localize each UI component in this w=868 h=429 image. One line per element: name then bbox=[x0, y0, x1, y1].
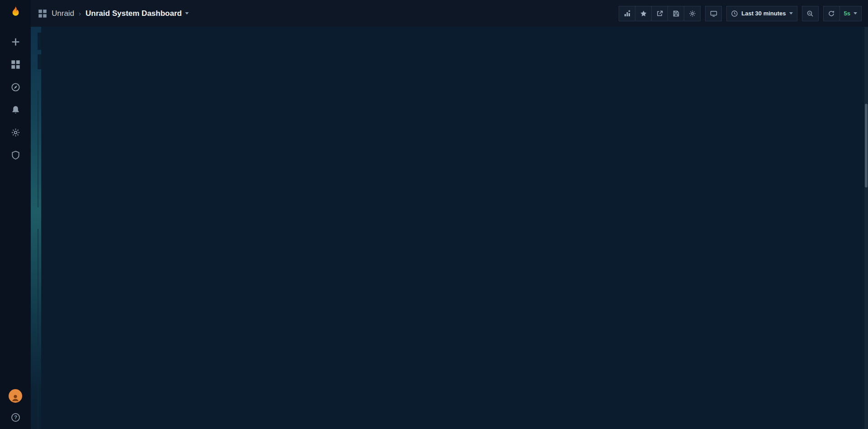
svg-text:?: ? bbox=[14, 414, 17, 420]
share-dashboard-button[interactable] bbox=[651, 6, 668, 21]
breadcrumb: Unraid › Unraid System Dashboard bbox=[38, 9, 189, 18]
dashboard-title[interactable]: Unraid System Dashboard bbox=[86, 9, 189, 18]
panel-title[interactable]: UPS Load % bbox=[38, 94, 38, 102]
breadcrumb-separator: › bbox=[79, 10, 81, 17]
refresh-interval-picker[interactable]: 5s bbox=[839, 6, 862, 21]
create-plus-icon[interactable] bbox=[10, 36, 21, 47]
grafana-logo-icon[interactable] bbox=[8, 5, 23, 21]
panel-network: Network Last 30 minutes bbox=[38, 367, 38, 429]
panel-cpu1: CPU 1 Last 30 minutes avg current Core 6… bbox=[38, 229, 38, 346]
help-icon[interactable]: ? bbox=[10, 412, 21, 423]
dashboard-settings-button[interactable] bbox=[684, 6, 701, 21]
ups-load-legend: UPS Load Min: 17% Max: 32% Avg: 20% Watt… bbox=[38, 195, 38, 207]
time-range-picker[interactable]: Last 30 minutes bbox=[726, 6, 797, 21]
cpu1-legend: avg current Core 6 20% 30% Core 7 22% 30… bbox=[38, 311, 38, 345]
chevron-down-icon bbox=[854, 12, 857, 14]
server-admin-shield-icon[interactable] bbox=[10, 149, 21, 160]
dashboards-icon[interactable] bbox=[10, 59, 21, 70]
star-dashboard-button[interactable] bbox=[635, 6, 652, 21]
save-dashboard-button[interactable] bbox=[668, 6, 684, 21]
scrollbar-thumb[interactable] bbox=[865, 104, 868, 188]
user-avatar[interactable] bbox=[9, 389, 22, 403]
link-grafana-plex-theme[interactable]: Grafana Plex Theme bbox=[38, 54, 41, 69]
configuration-gear-icon[interactable] bbox=[10, 127, 21, 138]
add-panel-button[interactable] bbox=[619, 6, 635, 21]
dashboard-scrollbar[interactable] bbox=[864, 27, 868, 429]
grafana-app: ? Unraid › Unraid System Dashboard bbox=[0, 0, 868, 429]
chevron-down-icon bbox=[185, 12, 189, 14]
dashboard-canvas: kWh Price 0.65 Currency kr UPS Max Outpu… bbox=[31, 27, 41, 429]
variable-kwh-price[interactable]: kWh Price 0.65 bbox=[38, 33, 41, 50]
dashboard-grid-icon bbox=[38, 9, 47, 18]
main-area: Unraid › Unraid System Dashboard bbox=[31, 0, 868, 429]
chevron-down-icon bbox=[789, 12, 793, 14]
toolbar: Last 30 minutes 5s bbox=[619, 6, 862, 21]
tv-kiosk-mode-button[interactable] bbox=[705, 6, 722, 21]
alerting-bell-icon[interactable] bbox=[10, 104, 21, 115]
breadcrumb-root[interactable]: Unraid bbox=[52, 9, 74, 18]
zoom-out-time-button[interactable] bbox=[802, 6, 819, 21]
explore-compass-icon[interactable] bbox=[10, 82, 21, 92]
sidebar: ? bbox=[0, 0, 31, 429]
clock-icon bbox=[731, 10, 738, 17]
top-navbar: Unraid › Unraid System Dashboard bbox=[31, 0, 868, 27]
panel-ups-load: UPS Load % Last 12 hours UPS Load Min: 1… bbox=[38, 91, 38, 207]
refresh-dashboard-button[interactable] bbox=[823, 6, 840, 21]
